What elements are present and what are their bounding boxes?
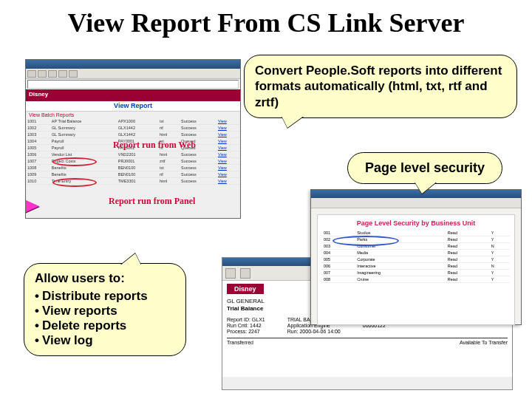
toolbar-button — [58, 70, 67, 78]
cell: Imagineering — [355, 270, 446, 276]
cell: 1007 — [26, 158, 50, 165]
cell: Read — [446, 230, 490, 236]
cell: GL Summary — [50, 132, 117, 138]
page-heading: View Report — [26, 101, 240, 112]
cell: Read — [446, 250, 490, 256]
cell: Y — [490, 236, 510, 243]
cell: View — [216, 178, 240, 185]
slide-stage: Convert People.Soft reports into differe… — [0, 41, 532, 396]
cell: Success — [180, 165, 216, 171]
cell: GLX1442 — [117, 132, 158, 138]
table-row: 006InteractiveReadN — [322, 263, 510, 270]
table-row: 1002GL SummaryGLX1442rtfSuccessView — [26, 125, 240, 132]
table-row: 1008BenefitsBEN0100txtSuccessView — [26, 165, 240, 171]
cell: View — [216, 158, 240, 165]
column-left: Report ID: GLX1 Run Cntl: 1442 Process: … — [227, 316, 265, 335]
cell: Cruise — [355, 276, 446, 283]
field: Report ID: GLX1 — [227, 317, 265, 322]
cell: TME3301 — [117, 178, 158, 185]
table-row: 1001AP Trial BalanceAPX1000txtSuccessVie… — [26, 118, 240, 125]
cell: 1002 — [26, 125, 50, 132]
report-table: 1001AP Trial BalanceAPX1000txtSuccessVie… — [26, 118, 240, 185]
window-toolbar — [311, 198, 521, 208]
cell: Payroll — [50, 145, 117, 151]
cell: GLX1442 — [117, 125, 158, 132]
cell: Success — [180, 171, 216, 178]
callout-page-security: Page level security — [347, 152, 502, 184]
toolbar-button — [27, 70, 36, 78]
table-row: 004MediaReadY — [322, 250, 510, 256]
cell: View — [216, 125, 240, 132]
cell: Read — [446, 243, 490, 250]
callout-allow-users: Allow users to: Distribute reports View … — [24, 263, 186, 356]
callout-text: Page level security — [365, 160, 485, 175]
callout-heading: Allow users to: — [35, 271, 175, 286]
callout-tail — [415, 182, 437, 194]
cell: Benefits — [50, 171, 117, 178]
cell: 1006 — [26, 151, 50, 158]
table-row: 001StudiosReadY — [322, 230, 510, 236]
highlight-circle — [52, 157, 97, 166]
cell: Success — [180, 158, 216, 165]
table-row: 005CorporateReadY — [322, 256, 510, 263]
cell: 1003 — [26, 132, 50, 138]
screenshot-view-report-browser: Disney View Report View Batch Reports 10… — [25, 59, 241, 219]
cell: Read — [446, 276, 490, 283]
cell: View — [216, 165, 240, 171]
table-row: 1003GL SummaryGLX1442htmlSuccessView — [26, 132, 240, 138]
cell: View — [216, 138, 240, 145]
list-item: Delete reports — [35, 318, 175, 333]
cell: APX1000 — [117, 118, 158, 125]
footer-right: Available To Transfer — [460, 340, 508, 345]
report-preview: Page Level Security by Business Unit 001… — [317, 214, 515, 325]
highlight-circle — [332, 236, 399, 246]
cell: Success — [180, 132, 216, 138]
cell: Interactive — [355, 263, 446, 270]
forward-icon — [240, 268, 250, 279]
cell: View — [216, 151, 240, 158]
cell: Y — [490, 230, 510, 236]
cell: Read — [446, 263, 490, 270]
brand-banner: Disney — [227, 284, 264, 294]
cell: 1009 — [26, 171, 50, 178]
list-item: View reports — [35, 304, 175, 318]
table-row: 008CruiseReadY — [322, 276, 510, 283]
cell: Vendor List — [50, 151, 117, 158]
cell: View — [216, 145, 240, 151]
cell: View — [216, 118, 240, 125]
address-bar — [27, 80, 239, 89]
cell: AP Trial Balance — [50, 118, 117, 125]
callout-tail — [120, 253, 141, 265]
cell: N — [490, 243, 510, 250]
screenshot-page-security-window: Page Level Security by Business Unit 001… — [310, 189, 522, 325]
cell: 005 — [322, 256, 355, 263]
report-caption: Page Level Security by Business Unit — [322, 219, 510, 227]
cell: txt — [158, 165, 180, 171]
callout-convert-formats: Convert People.Soft reports into differe… — [244, 55, 517, 118]
highlight-circle — [52, 178, 97, 187]
cell: zrtf — [158, 158, 180, 165]
arrow-icon — [25, 199, 39, 214]
list-item: Distribute reports — [35, 289, 175, 304]
cell: BEN0100 — [117, 165, 158, 171]
cell: Y — [490, 270, 510, 276]
section-heading: View Batch Reports — [26, 112, 240, 118]
footer-left: Transferred — [227, 340, 253, 345]
cell: 006 — [322, 263, 355, 270]
cell: GL Summary — [50, 125, 117, 132]
cell: html — [158, 132, 180, 138]
cell: 001 — [322, 230, 355, 236]
cell: 004 — [322, 250, 355, 256]
cell: View — [216, 132, 240, 138]
field: Run: 2000-04-06 14:00 — [287, 329, 341, 334]
brand-banner: Disney — [26, 89, 240, 101]
table-row: 007ImagineeringReadY — [322, 270, 510, 276]
cell: BEN0100 — [117, 171, 158, 178]
cell: Media — [355, 250, 446, 256]
callout-list: Distribute reports View reports Delete r… — [35, 289, 175, 348]
back-icon — [225, 268, 236, 279]
cell: 007 — [322, 270, 355, 276]
cell: html — [158, 151, 180, 158]
cell: 1008 — [26, 165, 50, 171]
cell: Read — [446, 270, 490, 276]
